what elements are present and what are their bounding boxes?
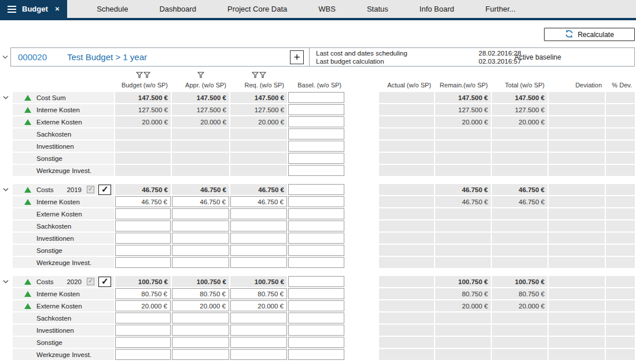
cell-basel[interactable] <box>288 325 344 336</box>
cell-appr[interactable] <box>172 257 229 268</box>
column-header-deviation[interactable]: Deviation <box>549 82 605 89</box>
cell-basel[interactable] <box>288 116 344 127</box>
row-label-cell[interactable]: Werkzeuge Invest. <box>13 257 114 268</box>
cell-basel[interactable] <box>288 288 344 299</box>
row-label-cell[interactable]: Sonstige <box>13 245 114 256</box>
row-label-cell[interactable]: Sachkosten <box>13 220 114 231</box>
cell-budget[interactable] <box>115 257 171 268</box>
column-header-basel[interactable]: Basel. (w/o SP) <box>288 82 344 89</box>
cell-basel[interactable] <box>288 165 344 176</box>
cell-req[interactable] <box>230 257 287 268</box>
cell-req[interactable]: 46.750 € <box>230 196 287 207</box>
year-active-checkbox[interactable] <box>98 185 111 195</box>
cell-basel[interactable] <box>288 300 344 311</box>
group-expand-chevron[interactable] <box>0 92 12 103</box>
row-label-cell[interactable]: Investitionen <box>13 233 114 244</box>
tab-project-core-data[interactable]: Project Core Data <box>212 0 303 18</box>
cell-budget[interactable] <box>115 325 171 336</box>
tab-budget-active[interactable]: Budget ✕ <box>0 0 67 18</box>
cell-budget[interactable]: 20.000 € <box>115 300 171 311</box>
cell-req[interactable]: 80.750 € <box>230 288 287 299</box>
cell-budget[interactable] <box>115 312 171 323</box>
cell-appr[interactable] <box>172 312 229 323</box>
year-active-checkbox[interactable] <box>98 277 111 287</box>
cell-basel[interactable] <box>288 337 344 348</box>
cell-budget[interactable]: 80.750 € <box>115 288 171 299</box>
row-label-cell[interactable]: Investitionen <box>13 141 114 152</box>
cell-req[interactable] <box>230 312 287 323</box>
cell-basel[interactable] <box>288 141 344 152</box>
cell-req[interactable] <box>230 208 287 219</box>
add-button[interactable]: + <box>290 50 304 64</box>
cell-appr[interactable] <box>172 208 229 219</box>
column-header-pdev[interactable]: % Dev. <box>606 82 635 89</box>
tab-status[interactable]: Status <box>351 0 404 18</box>
cell-appr[interactable]: 80.750 € <box>172 288 229 299</box>
cell-basel[interactable] <box>288 257 344 268</box>
row-label-cell[interactable]: Sachkosten <box>13 312 114 323</box>
column-header-remain[interactable]: Remain.(w/o SP) <box>435 82 491 89</box>
cell-basel[interactable] <box>288 276 344 287</box>
hamburger-menu-icon[interactable] <box>8 6 16 13</box>
column-header-appr[interactable]: Appr. (w/o SP) <box>172 82 229 89</box>
tab-schedule[interactable]: Schedule <box>81 0 144 18</box>
cell-req[interactable] <box>230 233 287 244</box>
row-label-cell[interactable]: Sonstige <box>13 153 114 164</box>
cell-budget[interactable] <box>115 349 171 360</box>
tab-further[interactable]: Further... <box>470 0 531 18</box>
cell-appr[interactable] <box>172 337 229 348</box>
cell-budget[interactable] <box>115 245 171 256</box>
column-header-actual[interactable]: Actual (w/o SP) <box>379 82 434 89</box>
column-header-budget[interactable]: Budget (w/o SP) <box>115 82 171 89</box>
project-collapse-chevron[interactable] <box>0 55 10 59</box>
column-header-req[interactable]: Req. (w/o SP) <box>230 82 287 89</box>
row-label-cell[interactable]: Externe Kosten <box>13 300 114 311</box>
row-label-cell[interactable]: Externe Kosten <box>13 208 114 219</box>
tab-wbs[interactable]: WBS <box>303 0 351 18</box>
filter-icons-req[interactable] <box>230 70 287 80</box>
cell-basel[interactable] <box>288 196 344 207</box>
cell-req[interactable] <box>230 220 287 231</box>
cell-basel[interactable] <box>288 92 344 103</box>
cell-req[interactable] <box>230 349 287 360</box>
row-label-cell[interactable]: Investitionen <box>13 325 114 336</box>
group-expand-chevron[interactable] <box>0 184 12 195</box>
cell-req[interactable]: 20.000 € <box>230 300 287 311</box>
cell-basel[interactable] <box>288 312 344 323</box>
row-label-cell[interactable]: Werkzeuge Invest. <box>13 349 114 360</box>
recalculate-button[interactable]: Recalculate <box>544 28 635 41</box>
close-icon[interactable]: ✕ <box>55 6 60 12</box>
cell-req[interactable] <box>230 325 287 336</box>
project-title[interactable]: Test Budget > 1 year <box>67 52 147 62</box>
cell-budget[interactable] <box>115 208 171 219</box>
cell-appr[interactable] <box>172 349 229 360</box>
row-label-cell[interactable]: Costs2020 <box>13 276 114 287</box>
cell-appr[interactable]: 20.000 € <box>172 300 229 311</box>
cell-appr[interactable] <box>172 220 229 231</box>
row-label-cell[interactable]: Sonstige <box>13 337 114 348</box>
row-label-cell[interactable]: Sachkosten <box>13 128 114 139</box>
cell-req[interactable] <box>230 245 287 256</box>
cell-basel[interactable] <box>288 220 344 231</box>
row-label-cell[interactable]: Interne Kosten <box>13 288 114 299</box>
cell-basel[interactable] <box>288 233 344 244</box>
row-label-cell[interactable]: Interne Kosten <box>13 196 114 207</box>
cell-basel[interactable] <box>288 128 344 139</box>
row-label-cell[interactable]: Externe Kosten <box>13 116 114 127</box>
tab-dashboard[interactable]: Dashboard <box>144 0 212 18</box>
filter-icons-appr[interactable] <box>172 70 229 80</box>
filter-icons-budget[interactable] <box>115 70 171 80</box>
cell-appr[interactable] <box>172 233 229 244</box>
cell-appr[interactable] <box>172 245 229 256</box>
cell-basel[interactable] <box>288 349 344 360</box>
cell-basel[interactable] <box>288 104 344 115</box>
row-label-cell[interactable]: Costs2019 <box>13 184 114 195</box>
cell-budget[interactable] <box>115 233 171 244</box>
row-label-cell[interactable]: Interne Kosten <box>13 104 114 115</box>
cell-basel[interactable] <box>288 208 344 219</box>
project-id[interactable]: 000020 <box>18 52 67 62</box>
cell-appr[interactable] <box>172 325 229 336</box>
cell-appr[interactable]: 46.750 € <box>172 196 229 207</box>
cell-req[interactable] <box>230 337 287 348</box>
cell-basel[interactable] <box>288 153 344 164</box>
